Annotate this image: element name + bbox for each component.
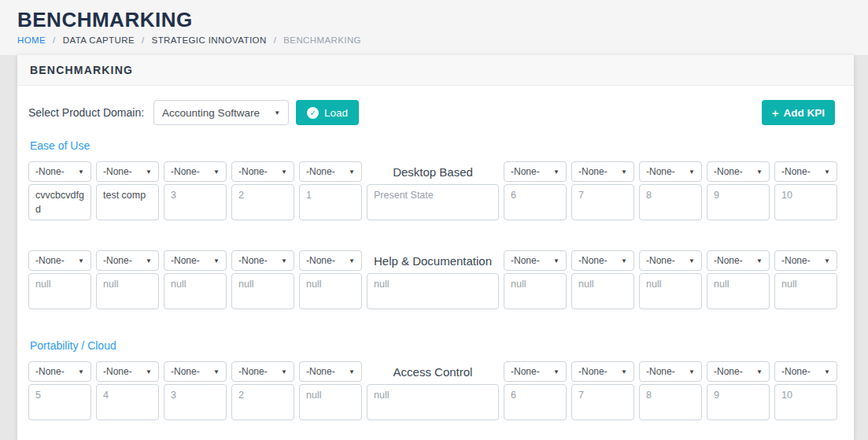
score-select[interactable]: -None-▼ — [231, 161, 294, 182]
score-select[interactable]: -None-▼ — [774, 250, 837, 271]
kpi-state-input[interactable]: null — [367, 273, 499, 309]
kpi-cell: -None-▼ 5 — [28, 361, 91, 420]
kpi-name-label: Help & Documentation — [367, 250, 499, 271]
score-select[interactable]: -None-▼ — [774, 161, 837, 182]
score-input[interactable]: null — [571, 273, 634, 309]
score-select[interactable]: -None-▼ — [164, 250, 227, 271]
breadcrumb-separator: / — [142, 35, 145, 45]
score-input[interactable]: 5 — [28, 384, 91, 420]
add-kpi-button[interactable]: + Add KPI — [762, 100, 835, 125]
score-input[interactable]: null — [639, 273, 702, 309]
score-input[interactable]: null — [774, 273, 837, 309]
score-input[interactable]: null — [96, 273, 159, 309]
score-select[interactable]: -None-▼ — [639, 161, 702, 182]
kpi-cell: -None-▼ 9 — [707, 361, 770, 420]
score-input[interactable]: null — [28, 273, 91, 309]
score-select[interactable]: -None-▼ — [639, 250, 702, 271]
section-link-ease-of-use[interactable]: Ease of Use — [30, 139, 843, 152]
score-input[interactable]: 9 — [707, 184, 770, 220]
kpi-cell: -None-▼ null — [774, 250, 837, 309]
score-input[interactable]: 2 — [231, 184, 294, 220]
score-select[interactable]: -None-▼ — [707, 161, 770, 182]
chevron-down-icon: ▼ — [78, 368, 84, 375]
score-input[interactable]: 8 — [639, 184, 702, 220]
chevron-down-icon: ▼ — [146, 168, 152, 176]
score-select[interactable]: -None-▼ — [28, 250, 91, 271]
score-select[interactable]: -None-▼ — [639, 361, 702, 382]
score-select[interactable]: -None-▼ — [96, 161, 159, 182]
score-input[interactable]: 6 — [504, 384, 567, 420]
score-select[interactable]: -None-▼ — [504, 361, 567, 382]
product-domain-select[interactable]: Accounting Software ▼ — [153, 100, 289, 125]
score-input[interactable]: 6 — [504, 184, 567, 220]
score-select[interactable]: -None-▼ — [299, 250, 362, 271]
score-select[interactable]: -None-▼ — [571, 361, 634, 382]
score-input[interactable]: 10 — [774, 184, 837, 220]
score-input[interactable]: 10 — [774, 384, 837, 420]
score-input[interactable]: cvvcbcvdfgd — [28, 184, 91, 220]
score-input[interactable]: 9 — [707, 384, 770, 420]
kpi-cell: -None-▼ 8 — [639, 361, 702, 420]
score-select[interactable]: -None-▼ — [774, 361, 837, 382]
score-input[interactable]: test comp — [96, 184, 159, 220]
score-select[interactable]: -None-▼ — [571, 161, 634, 182]
chevron-down-icon: ▼ — [349, 368, 355, 375]
score-select[interactable]: -None-▼ — [96, 361, 159, 382]
score-input[interactable]: 3 — [164, 184, 227, 220]
select-value: -None- — [578, 255, 608, 266]
score-input[interactable]: null — [299, 273, 362, 309]
score-input[interactable]: 8 — [639, 384, 702, 420]
chevron-down-icon: ▼ — [824, 257, 830, 264]
chevron-down-icon: ▼ — [621, 168, 627, 176]
score-select[interactable]: -None-▼ — [707, 361, 770, 382]
score-select[interactable]: -None-▼ — [504, 161, 567, 182]
breadcrumb-home[interactable]: HOME — [17, 35, 46, 45]
select-value: -None- — [238, 166, 268, 177]
score-select[interactable]: -None-▼ — [96, 250, 159, 271]
score-select[interactable]: -None-▼ — [299, 361, 362, 382]
score-select[interactable]: -None-▼ — [231, 250, 294, 271]
kpi-cell: -None-▼ null — [299, 361, 362, 420]
score-input[interactable]: 7 — [571, 184, 634, 220]
score-select[interactable]: -None-▼ — [28, 361, 91, 382]
chevron-down-icon: ▼ — [349, 168, 355, 176]
score-select[interactable]: -None-▼ — [164, 161, 227, 182]
score-input[interactable]: null — [707, 273, 770, 309]
score-select[interactable]: -None-▼ — [571, 250, 634, 271]
score-input[interactable]: 3 — [164, 384, 227, 420]
select-value: -None- — [781, 366, 811, 377]
chevron-down-icon: ▼ — [281, 368, 287, 375]
select-value: -None- — [578, 166, 608, 177]
kpi-cell: -None-▼ 7 — [571, 161, 634, 220]
kpi-cell: -None-▼ null — [299, 250, 362, 309]
chevron-down-icon: ▼ — [553, 168, 560, 176]
kpi-cell: -None-▼ test comp — [96, 161, 159, 220]
score-select[interactable]: -None-▼ — [28, 161, 91, 182]
score-input[interactable]: null — [231, 273, 294, 309]
chevron-down-icon: ▼ — [621, 368, 627, 375]
select-value: -None- — [103, 255, 132, 266]
score-select[interactable]: -None-▼ — [164, 361, 227, 382]
score-input[interactable]: null — [299, 384, 362, 420]
score-input[interactable]: null — [164, 273, 227, 309]
kpi-state-input[interactable]: null — [367, 384, 499, 420]
score-select[interactable]: -None-▼ — [504, 250, 567, 271]
breadcrumb-strategic-innovation[interactable]: STRATEGIC INNOVATION — [152, 35, 267, 45]
score-select[interactable]: -None-▼ — [707, 250, 770, 271]
select-value: -None- — [35, 166, 65, 177]
score-input[interactable]: 4 — [96, 384, 159, 420]
score-input[interactable]: 7 — [571, 384, 634, 420]
score-input[interactable]: null — [504, 273, 567, 309]
select-value: -None- — [781, 255, 811, 266]
kpi-row-desktop-based: -None-▼ cvvcbcvdfgd -None-▼ test comp -N… — [28, 161, 843, 220]
kpi-row-access-control: -None-▼ 5 -None-▼ 4 -None-▼ 3 -None-▼ 2 … — [28, 361, 843, 420]
kpi-state-input[interactable]: Present State — [367, 184, 499, 220]
load-button[interactable]: ✓ Load — [296, 100, 359, 125]
breadcrumb-data-capture[interactable]: DATA CAPTURE — [63, 35, 135, 45]
score-select[interactable]: -None-▼ — [231, 361, 294, 382]
score-input[interactable]: 1 — [299, 184, 362, 220]
select-value: -None- — [35, 366, 65, 377]
score-select[interactable]: -None-▼ — [299, 161, 362, 182]
section-link-portability-cloud[interactable]: Portability / Cloud — [30, 339, 843, 352]
score-input[interactable]: 2 — [231, 384, 294, 420]
